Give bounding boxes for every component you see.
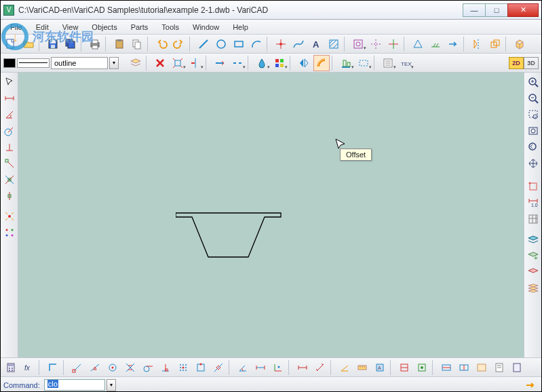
copy-button[interactable] (129, 36, 145, 52)
snap-edge-icon[interactable] (193, 359, 209, 376)
point-tool[interactable] (273, 36, 289, 52)
fn-button[interactable]: fx (20, 359, 37, 376)
measure-angle-icon[interactable] (336, 359, 353, 376)
snap-tan-icon[interactable] (140, 359, 156, 376)
drawing-canvas[interactable]: Offset (18, 73, 524, 357)
offset-button[interactable] (313, 55, 330, 71)
grid-toggle[interactable] (526, 212, 541, 227)
layer-dropdown-button[interactable]: ▾ (109, 57, 119, 69)
maximize-button[interactable]: □ (485, 3, 508, 17)
snap-end-icon[interactable] (69, 359, 85, 376)
pan-button[interactable] (526, 156, 541, 171)
crossline-tool[interactable] (368, 36, 384, 52)
new-file-button[interactable] (3, 36, 19, 52)
move-box-tool[interactable] (487, 36, 503, 52)
page-button[interactable] (509, 359, 525, 376)
snap-dist-icon[interactable] (252, 359, 269, 376)
close-button[interactable]: ✕ (507, 3, 539, 17)
symbol-tool[interactable]: ▾ (350, 36, 366, 52)
circle-tool[interactable] (213, 36, 229, 52)
text-tool[interactable]: A (308, 36, 324, 52)
dimension-perp-tool[interactable] (2, 140, 17, 155)
print-button[interactable] (87, 36, 103, 52)
setting-3-button[interactable] (473, 359, 490, 376)
list-button[interactable]: ▾ (380, 55, 396, 71)
mirror-tool[interactable] (469, 36, 486, 52)
surface-tool[interactable] (427, 36, 444, 52)
zoom-out-button[interactable] (526, 91, 541, 106)
cursor-select-tool[interactable] (2, 75, 17, 90)
snap-center-icon[interactable] (104, 359, 121, 376)
snap-near-icon[interactable] (210, 359, 227, 376)
menu-help[interactable]: Help (227, 22, 254, 33)
color-picker-button[interactable]: ▾ (271, 55, 288, 71)
snap-perp-icon[interactable] (157, 359, 174, 376)
undo-button[interactable] (153, 36, 170, 52)
snap-vertical-tool[interactable] (2, 189, 17, 203)
select-rect-button[interactable]: ▾ (355, 55, 372, 71)
snap-end-tool[interactable] (2, 156, 17, 171)
status-1-icon[interactable] (396, 359, 412, 376)
menu-objects[interactable]: Objects (86, 22, 122, 33)
calc-button[interactable] (3, 359, 19, 376)
snap-angle-icon[interactable] (235, 359, 251, 376)
redo-button[interactable] (171, 36, 187, 52)
hatch-tool[interactable] (326, 36, 342, 52)
dim-settings-button[interactable]: 1.0 (526, 195, 541, 210)
zoom-prev-button[interactable] (526, 140, 541, 155)
mode-2d-button[interactable]: 2D (509, 57, 524, 69)
mirror-h-button[interactable] (296, 55, 312, 71)
axis-tool[interactable] (385, 36, 402, 52)
color-swatch[interactable] (3, 58, 16, 68)
triangle-tool[interactable] (410, 36, 426, 52)
explode-button[interactable]: ▾ (170, 55, 186, 71)
doc-button[interactable] (491, 359, 507, 376)
clear-command-button[interactable] (522, 377, 538, 393)
dimension-radius-tool[interactable] (2, 123, 17, 138)
measure-area-icon[interactable]: A (372, 359, 388, 376)
layers-button[interactable] (128, 55, 144, 71)
measure-dist-icon[interactable] (354, 359, 370, 376)
arrow-tool[interactable] (445, 36, 461, 52)
layer-name-dropdown[interactable]: outline (51, 57, 108, 69)
line-tool[interactable] (195, 36, 212, 52)
delete-button[interactable] (152, 55, 168, 71)
snap-grid-icon[interactable] (175, 359, 191, 376)
linetype-preview[interactable] (17, 58, 50, 68)
save-all-button[interactable] (62, 36, 79, 52)
dim-quick-icon[interactable] (294, 359, 311, 376)
snap-coord-icon[interactable] (270, 359, 286, 376)
ortho-button[interactable] (45, 359, 61, 376)
mode-3d-button[interactable]: 3D (524, 57, 539, 69)
menu-window[interactable]: Window (187, 22, 225, 33)
setting-2-button[interactable] (456, 359, 472, 376)
paste-button[interactable] (111, 36, 128, 52)
change-length-button[interactable] (212, 55, 228, 71)
open-file-button[interactable] (20, 36, 37, 52)
break-button[interactable]: ▾ (229, 55, 246, 71)
snap-intersect-tool[interactable] (2, 172, 17, 187)
layers-panel-button[interactable] (526, 232, 541, 247)
zoom-in-button[interactable] (526, 75, 541, 90)
paint-drop-button[interactable]: ▾ (254, 55, 270, 71)
arc-tool[interactable] (248, 36, 265, 52)
dimension-angle-tool[interactable] (2, 107, 17, 122)
menu-view[interactable]: View (57, 22, 84, 33)
rect-tool[interactable] (231, 36, 247, 52)
setting-1-button[interactable] (438, 359, 454, 376)
snap-point-tool[interactable] (2, 209, 17, 224)
menu-parts[interactable]: Parts (125, 22, 154, 33)
layer-red-button[interactable] (526, 264, 541, 279)
snap-int-icon[interactable] (122, 359, 138, 376)
snap-mid-icon[interactable] (87, 359, 103, 376)
spline-tool[interactable] (290, 36, 307, 52)
command-input[interactable]: clo (44, 379, 105, 391)
layer-stack-button[interactable] (526, 281, 541, 296)
menu-file[interactable]: File (5, 22, 28, 33)
cube-tool[interactable] (511, 36, 528, 52)
save-button[interactable] (45, 36, 61, 52)
command-dropdown[interactable]: ▾ (107, 379, 116, 391)
minimize-button[interactable]: — (463, 3, 486, 17)
zoom-window-button[interactable] (526, 107, 541, 122)
align-button[interactable]: ▾ (338, 55, 354, 71)
